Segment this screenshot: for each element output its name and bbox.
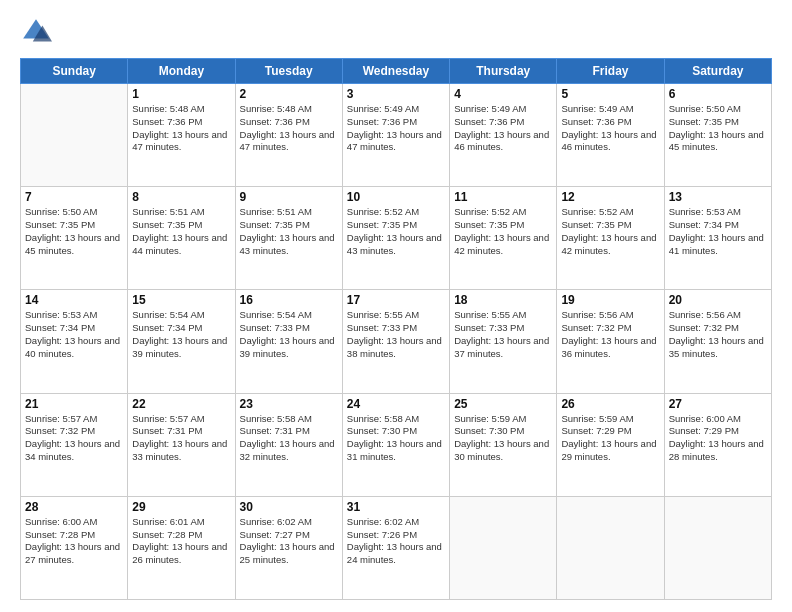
cell-info: Sunrise: 5:48 AM Sunset: 7:36 PM Dayligh… <box>240 103 338 154</box>
day-number: 9 <box>240 190 338 204</box>
day-number: 8 <box>132 190 230 204</box>
calendar-cell: 19Sunrise: 5:56 AM Sunset: 7:32 PM Dayli… <box>557 290 664 393</box>
cell-info: Sunrise: 5:49 AM Sunset: 7:36 PM Dayligh… <box>454 103 552 154</box>
day-number: 13 <box>669 190 767 204</box>
calendar-cell: 14Sunrise: 5:53 AM Sunset: 7:34 PM Dayli… <box>21 290 128 393</box>
weekday-header-monday: Monday <box>128 59 235 84</box>
cell-info: Sunrise: 6:00 AM Sunset: 7:29 PM Dayligh… <box>669 413 767 464</box>
calendar-cell: 28Sunrise: 6:00 AM Sunset: 7:28 PM Dayli… <box>21 496 128 599</box>
weekday-header-wednesday: Wednesday <box>342 59 449 84</box>
day-number: 23 <box>240 397 338 411</box>
calendar-cell: 16Sunrise: 5:54 AM Sunset: 7:33 PM Dayli… <box>235 290 342 393</box>
day-number: 25 <box>454 397 552 411</box>
cell-info: Sunrise: 5:57 AM Sunset: 7:32 PM Dayligh… <box>25 413 123 464</box>
calendar-cell: 31Sunrise: 6:02 AM Sunset: 7:26 PM Dayli… <box>342 496 449 599</box>
day-number: 17 <box>347 293 445 307</box>
week-row-5: 28Sunrise: 6:00 AM Sunset: 7:28 PM Dayli… <box>21 496 772 599</box>
cell-info: Sunrise: 5:58 AM Sunset: 7:30 PM Dayligh… <box>347 413 445 464</box>
day-number: 15 <box>132 293 230 307</box>
day-number: 5 <box>561 87 659 101</box>
day-number: 6 <box>669 87 767 101</box>
calendar-cell: 10Sunrise: 5:52 AM Sunset: 7:35 PM Dayli… <box>342 187 449 290</box>
cell-info: Sunrise: 5:50 AM Sunset: 7:35 PM Dayligh… <box>25 206 123 257</box>
calendar-cell: 1Sunrise: 5:48 AM Sunset: 7:36 PM Daylig… <box>128 84 235 187</box>
day-number: 28 <box>25 500 123 514</box>
calendar-cell: 23Sunrise: 5:58 AM Sunset: 7:31 PM Dayli… <box>235 393 342 496</box>
cell-info: Sunrise: 6:01 AM Sunset: 7:28 PM Dayligh… <box>132 516 230 567</box>
calendar-cell: 17Sunrise: 5:55 AM Sunset: 7:33 PM Dayli… <box>342 290 449 393</box>
calendar-cell <box>450 496 557 599</box>
cell-info: Sunrise: 5:56 AM Sunset: 7:32 PM Dayligh… <box>669 309 767 360</box>
cell-info: Sunrise: 5:51 AM Sunset: 7:35 PM Dayligh… <box>132 206 230 257</box>
day-number: 19 <box>561 293 659 307</box>
day-number: 24 <box>347 397 445 411</box>
calendar-cell: 9Sunrise: 5:51 AM Sunset: 7:35 PM Daylig… <box>235 187 342 290</box>
weekday-header-tuesday: Tuesday <box>235 59 342 84</box>
page: SundayMondayTuesdayWednesdayThursdayFrid… <box>0 0 792 612</box>
cell-info: Sunrise: 5:52 AM Sunset: 7:35 PM Dayligh… <box>454 206 552 257</box>
calendar-cell: 18Sunrise: 5:55 AM Sunset: 7:33 PM Dayli… <box>450 290 557 393</box>
calendar-cell: 30Sunrise: 6:02 AM Sunset: 7:27 PM Dayli… <box>235 496 342 599</box>
calendar-cell: 12Sunrise: 5:52 AM Sunset: 7:35 PM Dayli… <box>557 187 664 290</box>
cell-info: Sunrise: 5:59 AM Sunset: 7:30 PM Dayligh… <box>454 413 552 464</box>
cell-info: Sunrise: 5:56 AM Sunset: 7:32 PM Dayligh… <box>561 309 659 360</box>
cell-info: Sunrise: 5:53 AM Sunset: 7:34 PM Dayligh… <box>669 206 767 257</box>
day-number: 29 <box>132 500 230 514</box>
weekday-header-row: SundayMondayTuesdayWednesdayThursdayFrid… <box>21 59 772 84</box>
day-number: 27 <box>669 397 767 411</box>
day-number: 2 <box>240 87 338 101</box>
calendar-cell <box>557 496 664 599</box>
weekday-header-friday: Friday <box>557 59 664 84</box>
calendar-cell: 6Sunrise: 5:50 AM Sunset: 7:35 PM Daylig… <box>664 84 771 187</box>
day-number: 7 <box>25 190 123 204</box>
calendar-cell <box>21 84 128 187</box>
calendar-cell: 2Sunrise: 5:48 AM Sunset: 7:36 PM Daylig… <box>235 84 342 187</box>
cell-info: Sunrise: 5:54 AM Sunset: 7:34 PM Dayligh… <box>132 309 230 360</box>
header <box>20 16 772 48</box>
cell-info: Sunrise: 5:55 AM Sunset: 7:33 PM Dayligh… <box>454 309 552 360</box>
calendar-cell: 15Sunrise: 5:54 AM Sunset: 7:34 PM Dayli… <box>128 290 235 393</box>
day-number: 12 <box>561 190 659 204</box>
cell-info: Sunrise: 5:54 AM Sunset: 7:33 PM Dayligh… <box>240 309 338 360</box>
day-number: 11 <box>454 190 552 204</box>
day-number: 22 <box>132 397 230 411</box>
cell-info: Sunrise: 5:59 AM Sunset: 7:29 PM Dayligh… <box>561 413 659 464</box>
cell-info: Sunrise: 5:52 AM Sunset: 7:35 PM Dayligh… <box>347 206 445 257</box>
weekday-header-saturday: Saturday <box>664 59 771 84</box>
cell-info: Sunrise: 6:02 AM Sunset: 7:27 PM Dayligh… <box>240 516 338 567</box>
cell-info: Sunrise: 5:58 AM Sunset: 7:31 PM Dayligh… <box>240 413 338 464</box>
cell-info: Sunrise: 5:48 AM Sunset: 7:36 PM Dayligh… <box>132 103 230 154</box>
cell-info: Sunrise: 5:49 AM Sunset: 7:36 PM Dayligh… <box>561 103 659 154</box>
calendar-cell: 26Sunrise: 5:59 AM Sunset: 7:29 PM Dayli… <box>557 393 664 496</box>
day-number: 18 <box>454 293 552 307</box>
calendar-cell: 24Sunrise: 5:58 AM Sunset: 7:30 PM Dayli… <box>342 393 449 496</box>
cell-info: Sunrise: 5:57 AM Sunset: 7:31 PM Dayligh… <box>132 413 230 464</box>
calendar-cell: 13Sunrise: 5:53 AM Sunset: 7:34 PM Dayli… <box>664 187 771 290</box>
calendar-cell: 22Sunrise: 5:57 AM Sunset: 7:31 PM Dayli… <box>128 393 235 496</box>
day-number: 20 <box>669 293 767 307</box>
cell-info: Sunrise: 5:55 AM Sunset: 7:33 PM Dayligh… <box>347 309 445 360</box>
calendar-cell <box>664 496 771 599</box>
calendar-cell: 8Sunrise: 5:51 AM Sunset: 7:35 PM Daylig… <box>128 187 235 290</box>
week-row-4: 21Sunrise: 5:57 AM Sunset: 7:32 PM Dayli… <box>21 393 772 496</box>
calendar-cell: 29Sunrise: 6:01 AM Sunset: 7:28 PM Dayli… <box>128 496 235 599</box>
week-row-3: 14Sunrise: 5:53 AM Sunset: 7:34 PM Dayli… <box>21 290 772 393</box>
day-number: 31 <box>347 500 445 514</box>
calendar-cell: 27Sunrise: 6:00 AM Sunset: 7:29 PM Dayli… <box>664 393 771 496</box>
cell-info: Sunrise: 5:51 AM Sunset: 7:35 PM Dayligh… <box>240 206 338 257</box>
day-number: 16 <box>240 293 338 307</box>
calendar-cell: 3Sunrise: 5:49 AM Sunset: 7:36 PM Daylig… <box>342 84 449 187</box>
calendar-cell: 4Sunrise: 5:49 AM Sunset: 7:36 PM Daylig… <box>450 84 557 187</box>
calendar-cell: 20Sunrise: 5:56 AM Sunset: 7:32 PM Dayli… <box>664 290 771 393</box>
logo <box>20 16 56 48</box>
day-number: 14 <box>25 293 123 307</box>
day-number: 26 <box>561 397 659 411</box>
calendar-cell: 11Sunrise: 5:52 AM Sunset: 7:35 PM Dayli… <box>450 187 557 290</box>
logo-icon <box>20 16 52 48</box>
cell-info: Sunrise: 5:49 AM Sunset: 7:36 PM Dayligh… <box>347 103 445 154</box>
week-row-1: 1Sunrise: 5:48 AM Sunset: 7:36 PM Daylig… <box>21 84 772 187</box>
weekday-header-thursday: Thursday <box>450 59 557 84</box>
cell-info: Sunrise: 5:52 AM Sunset: 7:35 PM Dayligh… <box>561 206 659 257</box>
day-number: 30 <box>240 500 338 514</box>
day-number: 4 <box>454 87 552 101</box>
